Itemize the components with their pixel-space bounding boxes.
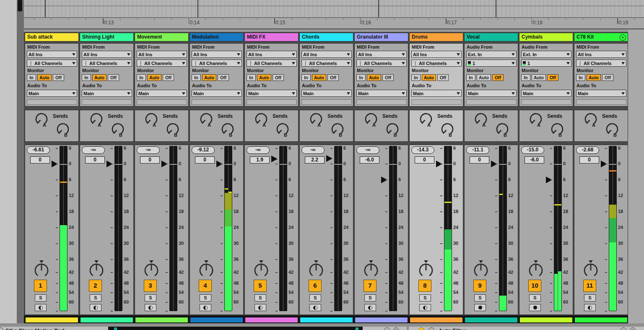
track-number-button[interactable]: 6 <box>309 280 322 292</box>
output-select[interactable]: Main <box>247 90 297 97</box>
output-select[interactable]: Main <box>356 90 407 97</box>
output-channel-box[interactable] <box>521 99 571 105</box>
pan-knob[interactable] <box>142 259 161 279</box>
peak-level-display[interactable]: -9.12 <box>192 146 215 154</box>
volume-value-box[interactable]: 0 <box>85 156 105 164</box>
send-a-knob[interactable]: A <box>254 112 269 129</box>
track-title[interactable]: Movement ▼ <box>135 33 189 42</box>
monitor-off-button[interactable]: Off <box>218 74 229 81</box>
input-channel-select[interactable]: 1 <box>521 60 571 67</box>
track-title[interactable]: Cymbals ▼ <box>519 33 573 42</box>
monitor-in-button[interactable]: In <box>192 74 201 81</box>
pan-knob[interactable] <box>417 259 435 279</box>
device-on-icon[interactable] <box>418 327 424 330</box>
monitor-in-button[interactable]: In <box>137 74 146 81</box>
arm-button[interactable] <box>35 304 47 311</box>
track-title[interactable]: Vocal ▼ <box>464 33 518 42</box>
input-channel-select[interactable]: ⋮ All Channels <box>82 60 132 67</box>
monitor-auto-button[interactable]: Auto <box>477 74 491 81</box>
input-channel-select[interactable]: ⋮ All Channels <box>247 60 297 67</box>
input-type-select[interactable]: Ext. In <box>466 51 517 58</box>
monitor-off-button[interactable]: Off <box>602 74 613 81</box>
peak-level-display[interactable]: -6.61 <box>27 146 50 154</box>
input-type-select[interactable]: All Ins <box>27 51 77 58</box>
send-a-knob[interactable]: A <box>89 112 104 129</box>
track-number-button[interactable]: 7 <box>364 280 377 292</box>
monitor-auto-button[interactable]: Auto <box>367 74 381 81</box>
clip-name[interactable]: 5ths Glass Motion Pad <box>6 327 64 330</box>
pan-knob[interactable] <box>527 259 545 279</box>
output-channel-box[interactable] <box>411 99 462 105</box>
send-b-knob[interactable]: B <box>110 122 125 139</box>
track-title[interactable]: C78 Kit ▼ <box>574 33 628 42</box>
send-a-knob[interactable]: A <box>309 112 324 129</box>
input-channel-select[interactable]: ⋮ All Channels <box>27 60 77 67</box>
track-number-button[interactable]: 2 <box>89 280 102 292</box>
scrollbar-thumb[interactable] <box>18 0 22 11</box>
monitor-auto-button[interactable]: Auto <box>92 74 106 81</box>
arm-button[interactable] <box>584 304 596 311</box>
output-select[interactable]: Main <box>27 90 77 97</box>
send-a-knob[interactable]: A <box>199 112 214 129</box>
arm-button[interactable] <box>90 304 101 311</box>
volume-value-box[interactable]: -6.0 <box>360 156 379 164</box>
solo-button[interactable]: S <box>419 294 431 301</box>
device-prev-icon[interactable]: ‹ <box>621 327 626 330</box>
input-channel-select[interactable]: 1 <box>466 60 517 67</box>
monitor-auto-button[interactable]: Auto <box>37 74 52 81</box>
output-select[interactable]: Main <box>466 90 517 97</box>
volume-value-box[interactable]: 1.9 <box>250 156 270 164</box>
output-select[interactable]: Main <box>137 90 187 97</box>
output-channel-box[interactable] <box>356 99 407 105</box>
arm-button[interactable] <box>254 304 266 311</box>
monitor-off-button[interactable]: Off <box>53 74 64 81</box>
beat-time-ruler[interactable]: 0:130:140:150:160:170:180:19 <box>24 18 644 29</box>
pan-knob[interactable] <box>582 259 600 279</box>
input-channel-select[interactable]: ⋮ All Channels <box>192 60 242 67</box>
output-select[interactable]: Main <box>192 90 242 97</box>
volume-value-box[interactable]: 0 <box>415 156 434 164</box>
output-channel-box[interactable] <box>301 99 352 105</box>
volume-value-box[interactable]: 0 <box>140 156 160 164</box>
volume-value-box[interactable]: 0 <box>579 156 599 164</box>
input-type-select[interactable]: All Ins <box>82 51 132 58</box>
arrangement-overview[interactable] <box>24 0 644 18</box>
pan-knob[interactable] <box>197 259 216 279</box>
input-channel-select[interactable]: ⋮ All Channels <box>411 60 462 67</box>
output-select[interactable]: Main <box>576 90 626 97</box>
solo-button[interactable]: S <box>35 294 47 301</box>
send-b-knob[interactable]: B <box>275 122 290 139</box>
send-a-knob[interactable]: A <box>473 112 488 129</box>
peak-level-display[interactable]: -14.3 <box>411 146 434 154</box>
volume-value-box[interactable]: 0 <box>195 156 215 164</box>
device-hotswap-icon[interactable]: B <box>630 327 636 330</box>
arm-button[interactable] <box>309 304 321 311</box>
track-number-button[interactable]: 8 <box>418 280 431 292</box>
monitor-off-button[interactable]: Off <box>492 74 504 81</box>
output-channel-box[interactable] <box>27 99 77 105</box>
solo-button[interactable]: S <box>474 294 486 301</box>
arm-button[interactable] <box>419 304 431 311</box>
send-b-knob[interactable]: B <box>55 122 70 139</box>
solo-button[interactable]: S <box>364 294 376 301</box>
output-select[interactable]: Main <box>82 90 132 97</box>
track-title[interactable]: Modulation ▼ <box>190 33 244 42</box>
pan-knob[interactable] <box>472 259 490 279</box>
send-a-knob[interactable]: A <box>34 112 49 129</box>
monitor-in-button[interactable]: In <box>247 74 256 81</box>
track-number-button[interactable]: 11 <box>583 280 596 292</box>
prev-icon[interactable]: ‹ <box>384 327 390 330</box>
pan-knob[interactable] <box>362 259 380 279</box>
track-number-button[interactable]: 10 <box>528 280 541 292</box>
track-number-button[interactable]: 3 <box>144 280 157 292</box>
monitor-auto-button[interactable]: Auto <box>532 74 546 81</box>
solo-button[interactable]: S <box>200 294 211 301</box>
solo-button[interactable]: S <box>584 294 596 301</box>
monitor-off-button[interactable]: Off <box>327 74 339 81</box>
peak-level-display[interactable]: -∞ <box>301 146 325 154</box>
monitor-off-button[interactable]: Off <box>382 74 394 81</box>
track-title[interactable]: Shining Light ▼ <box>80 33 134 42</box>
input-channel-select[interactable]: ⋮ All Channels <box>356 60 407 67</box>
send-a-knob[interactable]: A <box>528 112 543 129</box>
track-title[interactable]: Drums ▼ <box>409 33 463 42</box>
